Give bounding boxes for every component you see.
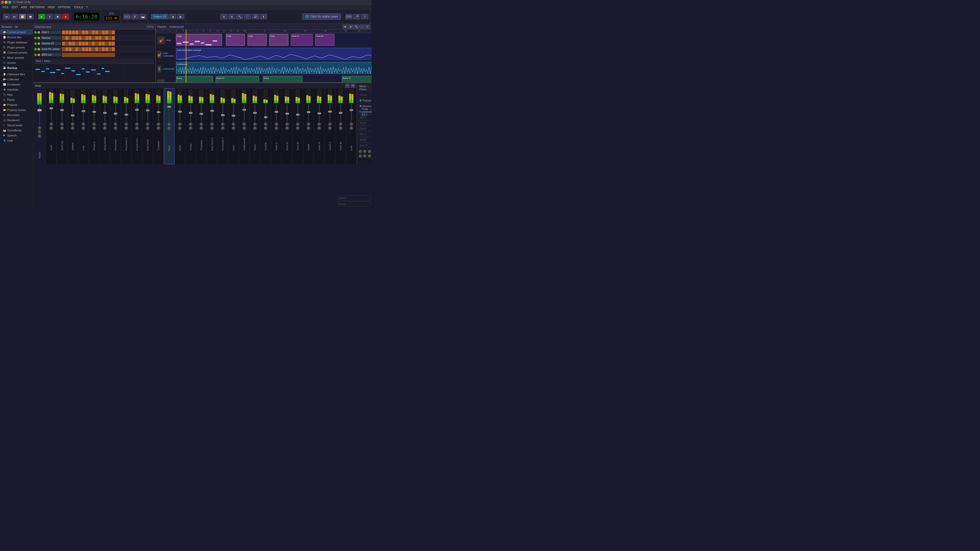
sidebar-item-collected[interactable]: 📂 Collected	[0, 77, 33, 82]
ch-active-love[interactable]	[34, 48, 37, 51]
ch-pad[interactable]	[79, 41, 82, 46]
ch-knob-25[interactable]	[318, 122, 321, 126]
ch-pad[interactable]	[72, 47, 75, 51]
ch-pad[interactable]	[79, 30, 82, 35]
menu-add[interactable]: ADD	[19, 5, 28, 9]
ch-knob-2-2[interactable]	[71, 127, 75, 130]
ch-knob-7[interactable]	[124, 122, 128, 126]
ch-knob-2-14[interactable]	[200, 127, 203, 130]
ch-knob-2-4[interactable]	[92, 127, 96, 130]
clip-cello[interactable]: Cello Automation envelope	[176, 48, 372, 60]
send-knob-6[interactable]	[368, 154, 371, 158]
ch-pad[interactable]	[62, 30, 65, 35]
ch-pad[interactable]	[108, 41, 111, 46]
effect-slot-8[interactable]: Slot 8	[358, 137, 372, 142]
sidebar-item-impulses[interactable]: ⚡ Impulses	[0, 87, 33, 92]
fader-thumb-13[interactable]	[189, 112, 192, 114]
fader-thumb-6[interactable]	[114, 113, 118, 114]
menu-view[interactable]: VIEW	[46, 5, 56, 9]
ch-knob-2-24[interactable]	[307, 127, 310, 130]
ch-pad[interactable]	[105, 36, 108, 40]
ch-pad[interactable]	[105, 30, 108, 35]
master-knob-3[interactable]	[38, 135, 41, 138]
ch-knob-18[interactable]	[242, 122, 246, 126]
fader-thumb-1[interactable]	[60, 109, 64, 111]
ch-pad[interactable]	[95, 30, 98, 35]
sidebar-item-backup[interactable]: 💾 Backup	[0, 65, 33, 70]
mixer-btn-1[interactable]: C	[345, 84, 350, 88]
ch-knob-26[interactable]	[328, 122, 332, 126]
ch-pad[interactable]	[92, 41, 95, 46]
ch-knob-11[interactable]	[167, 123, 171, 126]
ch-pad[interactable]	[89, 47, 92, 51]
ch-pad[interactable]	[62, 36, 65, 40]
ch-pad[interactable]	[99, 53, 102, 57]
pattern-button[interactable]: Pattern 28	[151, 14, 169, 19]
ch-pad[interactable]	[105, 53, 108, 57]
ch-knob-6[interactable]	[114, 122, 118, 126]
send-knob-2[interactable]	[363, 150, 367, 153]
fader-thumb-23[interactable]	[296, 114, 300, 116]
ch-pad[interactable]	[75, 41, 78, 46]
send-knob-5[interactable]	[363, 154, 367, 158]
ch-knob-10[interactable]	[157, 122, 160, 126]
clip-viola-3[interactable]: Viola	[248, 34, 267, 46]
track-underworld[interactable]: Underworld	[176, 61, 372, 75]
ch-pad[interactable]	[85, 30, 88, 35]
ch-pad[interactable]	[102, 36, 105, 40]
ch-pad[interactable]	[89, 30, 92, 35]
ch-pad[interactable]	[65, 30, 68, 35]
ch-pad[interactable]	[72, 36, 75, 40]
metronome-button[interactable]: 🥁	[27, 14, 34, 19]
send-knob-1[interactable]	[359, 150, 362, 153]
ch-pad[interactable]	[112, 36, 115, 40]
ch-pad[interactable]	[99, 47, 102, 51]
ch-knob-2-10[interactable]	[157, 127, 160, 130]
ch-knob-2-8[interactable]	[135, 127, 139, 130]
effect-slot-patcher[interactable]: Patcher	[358, 98, 372, 103]
sidebar-item-mixer-presets[interactable]: 🎚 Mixer presets	[0, 55, 33, 60]
ch-solo-love[interactable]	[38, 48, 40, 51]
fader-thumb-11[interactable]	[167, 106, 171, 108]
bpm-input[interactable]	[104, 15, 119, 21]
minimize-button[interactable]	[5, 1, 8, 4]
fader-thumb-25[interactable]	[318, 113, 321, 114]
fader-thumb-12[interactable]	[178, 111, 182, 113]
ch-pad[interactable]	[68, 36, 72, 40]
ch-pad[interactable]	[65, 47, 68, 51]
mixer-button[interactable]: 🎚	[131, 14, 138, 19]
ch-knob-8[interactable]	[135, 122, 139, 126]
ch-pad[interactable]	[108, 30, 111, 35]
sidebar-item-recent-files[interactable]: 📄 Recent files	[0, 35, 33, 40]
sidebar-item-sliced-beats[interactable]: ✂ Sliced beats	[0, 123, 33, 128]
fader-thumb-26[interactable]	[328, 111, 332, 113]
ch-pad[interactable]	[92, 36, 95, 40]
ch-knob-2-21[interactable]	[275, 127, 278, 130]
ch-pad[interactable]	[112, 53, 115, 57]
ch-pad[interactable]	[102, 30, 105, 35]
ch-knob-19[interactable]	[253, 122, 257, 126]
menu-patterns[interactable]: PATTERNS	[29, 5, 46, 9]
sidebar-item-current-project[interactable]: 📁 Current project	[0, 30, 33, 35]
ch-pad[interactable]	[82, 47, 85, 51]
ch-knob-22[interactable]	[285, 122, 289, 126]
send-knob-4[interactable]	[359, 154, 362, 158]
ch-pad[interactable]	[105, 41, 108, 46]
ch-pad[interactable]	[89, 53, 92, 57]
ch-knob-2-27[interactable]	[339, 127, 342, 130]
ch-pad[interactable]	[79, 47, 82, 51]
ch-pad[interactable]	[108, 47, 111, 51]
sidebar-item-scores[interactable]: 🎼 Scores	[0, 60, 33, 65]
clip-brass-2[interactable]: Brass #2	[216, 76, 259, 82]
effect-slot-5[interactable]: Slot 5	[358, 121, 372, 125]
sidebar-item-misc[interactable]: 📎 Misc	[0, 92, 33, 97]
ch-knob-2-25[interactable]	[318, 127, 321, 130]
master-knob-2[interactable]	[38, 130, 41, 134]
sidebar-item-plugin-presets[interactable]: 🎛 Plugin presets	[0, 45, 33, 50]
track-brass[interactable]: Brass Brass #2	[176, 75, 372, 82]
fader-thumb-2[interactable]	[71, 114, 75, 116]
window-controls[interactable]	[1, 1, 11, 4]
ch-knob-28[interactable]	[350, 122, 353, 126]
ch-pad[interactable]	[72, 53, 75, 57]
send-knob-3[interactable]	[368, 150, 371, 153]
